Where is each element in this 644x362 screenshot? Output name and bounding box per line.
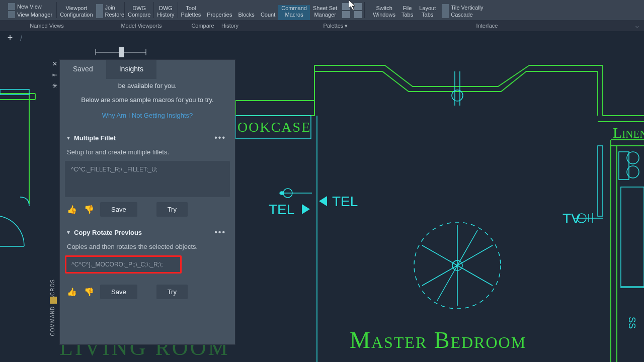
svg-point-20 — [280, 192, 283, 195]
panel-palettes[interactable]: Palettes ▾ — [244, 23, 428, 29]
insights-help-link[interactable]: Why Am I Not Getting Insights? — [60, 107, 235, 127]
info-text-partial: be available for you. — [60, 79, 235, 93]
chevron-down-icon[interactable]: ▾ — [67, 134, 70, 141]
palette-icon-4[interactable] — [354, 11, 362, 18]
dwg-compare-button[interactable]: DWG Compare — [125, 5, 153, 20]
panel-expand-icon[interactable]: ⌵ — [546, 23, 644, 29]
svg-marker-46 — [319, 196, 327, 206]
join-icon — [96, 4, 103, 11]
panel-tabs: Saved Insights — [60, 60, 235, 79]
macro-code-input-highlighted[interactable]: ^C^C^]._MOCORO;_P;;\_C;\;_R;\; — [65, 255, 182, 274]
panel-options-icon[interactable]: ✳ — [52, 82, 57, 89]
tool-palettes-button[interactable]: Tool Palettes — [178, 5, 204, 20]
restore-icon — [96, 11, 103, 18]
viewport-config-button[interactable]: Viewport Configuration — [57, 5, 96, 20]
dwg-history-button[interactable]: DWG History — [154, 5, 177, 20]
svg-line-33 — [437, 265, 457, 301]
document-tab-row: + / — [0, 31, 644, 45]
panel-body: be available for you. Below are some sam… — [60, 79, 235, 344]
ss-label: SS — [627, 317, 637, 329]
count-button[interactable]: Count — [258, 12, 278, 20]
macro-title: Copy Rotate Previous — [74, 229, 212, 236]
panel-controls-strip: ✕ ⇤ ✳ — [50, 60, 59, 89]
macro-card-multiple-fillet: ▾ Multiple Fillet ••• Setup for and crea… — [65, 130, 230, 222]
cascade-icon — [442, 11, 449, 18]
tile-vertically-button[interactable]: Tile Vertically — [442, 4, 483, 11]
panel-model-viewports: Model Viewports — [94, 23, 189, 29]
thumbs-up-icon[interactable]: 👍 — [66, 286, 78, 298]
sheet-set-manager-button[interactable]: Sheet Set Manager — [310, 5, 340, 20]
layout-tabs-button[interactable]: Layout Tabs — [416, 5, 439, 20]
svg-rect-3 — [119, 47, 124, 57]
save-button[interactable]: Save — [100, 202, 137, 217]
palette-icon-3[interactable] — [354, 3, 362, 10]
new-view-icon — [8, 3, 15, 10]
svg-rect-43 — [598, 146, 603, 216]
bookcase-label: OOKCASE — [237, 119, 311, 135]
try-button[interactable]: Try — [156, 202, 188, 217]
tab-saved[interactable]: Saved — [60, 60, 106, 79]
panel-interface: Interface — [428, 23, 546, 29]
panel-vertical-title: COMMAND MACROS — [50, 279, 55, 336]
new-view-button[interactable]: New View — [8, 3, 52, 10]
info-text-sample: Below are some sample macros for you to … — [60, 93, 235, 107]
svg-line-27 — [457, 265, 493, 286]
file-tabs-button[interactable]: File Tabs — [398, 5, 416, 20]
command-macros-button[interactable]: Command Macros — [278, 5, 310, 20]
svg-line-32 — [457, 230, 477, 265]
ribbon: New View View Manager Viewport Configura… — [0, 0, 644, 20]
svg-rect-41 — [621, 187, 644, 288]
join-button[interactable]: Join — [96, 4, 125, 11]
blocks-button[interactable]: Blocks — [235, 12, 257, 20]
macro-desc: Copies and then rotates the selected obj… — [65, 240, 230, 255]
palette-icon-2[interactable] — [342, 11, 350, 18]
macro-code-input[interactable]: ^C^C._FILLET;_R;\._FILLET;_U; — [65, 161, 230, 197]
svg-line-28 — [422, 245, 457, 265]
new-tab-button[interactable]: + — [4, 33, 16, 43]
save-button[interactable]: Save — [100, 285, 137, 299]
panel-compare: Compare — [189, 23, 216, 29]
macro-title: Multiple Fillet — [74, 134, 212, 142]
macro-card-copy-rotate: ▾ Copy Rotate Previous ••• Copies and th… — [65, 225, 230, 304]
panel-history: History — [216, 23, 244, 29]
try-button[interactable]: Try — [156, 285, 188, 299]
panel-close-icon[interactable]: ✕ — [52, 60, 57, 67]
svg-line-29 — [422, 265, 457, 286]
restore-button[interactable]: Restore — [96, 11, 125, 18]
tab-insights[interactable]: Insights — [106, 60, 156, 79]
ribbon-panel-bar: Named Views Model Viewports Compare Hist… — [0, 20, 644, 31]
palette-small-icons-2 — [352, 3, 364, 20]
panel-pin-icon[interactable]: ⇤ — [52, 71, 57, 78]
command-macros-panel: Saved Insights be available for you. Bel… — [59, 59, 235, 345]
tab-separator: / — [20, 34, 22, 43]
panel-named-views: Named Views — [0, 23, 94, 29]
properties-button[interactable]: Properties — [204, 12, 235, 20]
panel-icon-bottom[interactable] — [50, 297, 57, 304]
view-manager-icon — [8, 11, 15, 18]
palette-small-icons — [340, 3, 352, 20]
tel-left-label: TEL — [269, 202, 310, 217]
palette-icon-1[interactable] — [342, 3, 350, 10]
ribbon-side-views: New View View Manager — [2, 2, 56, 20]
macro-menu-icon[interactable]: ••• — [212, 228, 228, 237]
svg-text:TEL: TEL — [269, 202, 294, 217]
svg-marker-45 — [302, 204, 310, 214]
svg-line-26 — [457, 245, 493, 265]
view-manager-button[interactable]: View Manager — [8, 11, 52, 18]
svg-text:TEL: TEL — [332, 194, 358, 209]
tv-label: TV — [562, 211, 581, 226]
thumbs-down-icon[interactable]: 👎 — [83, 286, 95, 298]
switch-windows-button[interactable]: Switch Windows — [370, 5, 398, 20]
tel-right-label: TEL — [319, 194, 358, 209]
master-bedroom-label: Master Bedroom — [350, 327, 526, 353]
linen-label: Linen — [613, 124, 644, 141]
thumbs-down-icon[interactable]: 👎 — [83, 204, 95, 216]
macro-menu-icon[interactable]: ••• — [212, 133, 228, 142]
macro-desc: Setup for and create multiple fillets. — [65, 145, 230, 161]
chevron-down-icon[interactable]: ▾ — [67, 229, 70, 236]
horizontal-ruler — [96, 47, 146, 57]
tile-vertically-icon — [442, 4, 449, 11]
cascade-button[interactable]: Cascade — [442, 11, 483, 18]
thumbs-up-icon[interactable]: 👍 — [66, 204, 78, 216]
